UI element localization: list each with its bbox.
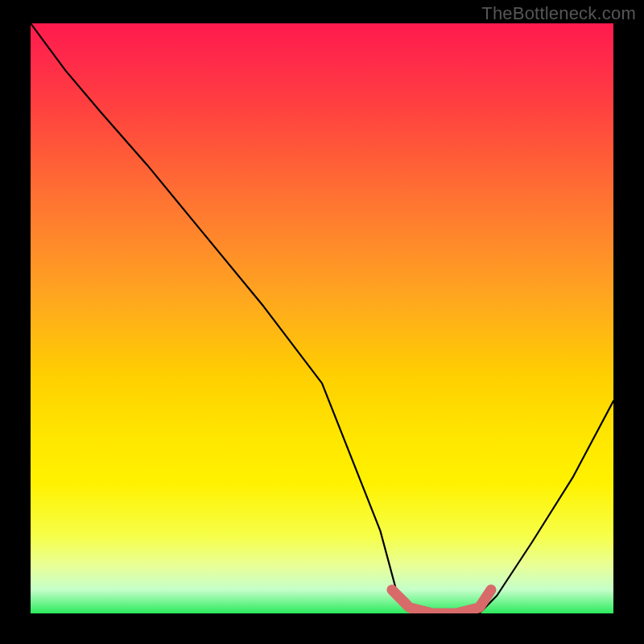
plot-frame — [31, 23, 613, 613]
curve-overlay — [31, 23, 613, 613]
bottleneck-curve-line — [31, 23, 613, 613]
plot-area — [31, 23, 613, 613]
chart-container: TheBottleneck.com — [0, 0, 644, 644]
watermark-text: TheBottleneck.com — [481, 3, 636, 24]
highlight-segment — [392, 590, 491, 613]
